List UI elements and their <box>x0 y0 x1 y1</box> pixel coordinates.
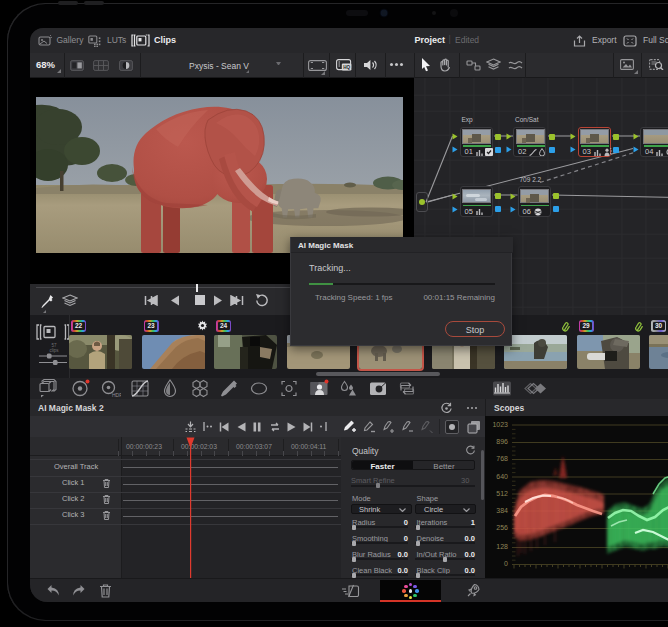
svg-text:HQ: HQ <box>343 64 350 69</box>
svg-text:HDR: HDR <box>112 392 121 398</box>
